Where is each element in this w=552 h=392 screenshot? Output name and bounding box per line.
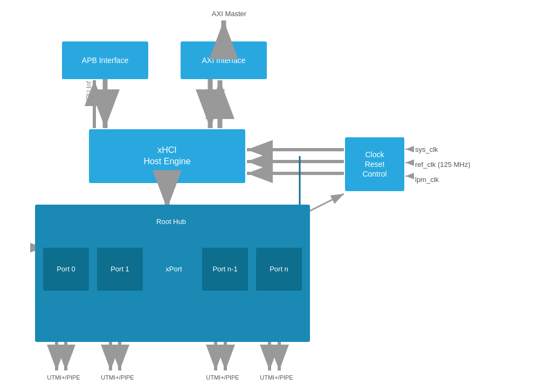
utmi2-label: UTMI+/PIPE: [91, 374, 144, 381]
xport-label: xPort: [165, 265, 182, 274]
port1-block: Port 1: [97, 248, 143, 291]
axi-interface-block: AXI Interface: [181, 41, 267, 79]
xport-block: xPort: [151, 248, 197, 291]
clock-reset-label: ClockResetControl: [362, 150, 387, 179]
ref-clk-label: ref_clk (125 MHz): [415, 160, 471, 169]
port-n-block: Port n: [256, 248, 302, 291]
port-n-label: Port n: [270, 265, 288, 274]
port0-block: Port 0: [43, 248, 89, 291]
root-hub-label: Root Hub: [156, 218, 186, 227]
sys-clk-label: sys_clk: [415, 145, 438, 153]
utmi4-label: UTMI+/PIPE: [250, 374, 303, 381]
master-inf-label: Master Inf: [206, 76, 214, 109]
apb-interface-label: APB Interface: [82, 55, 128, 65]
port1-label: Port 1: [111, 265, 129, 274]
cpu-inf-label: CPU Inf: [85, 76, 93, 109]
port-n1-block: Port n-1: [202, 248, 248, 291]
port0-label: Port 0: [57, 265, 75, 274]
xhci-host-engine-label: xHCIHost Engine: [143, 145, 190, 167]
diagram-container: AXI Master APB Interface AXI Interface C…: [0, 0, 552, 392]
port-n1-label: Port n-1: [212, 265, 237, 274]
axi-master-label: AXI Master: [202, 10, 256, 18]
utmi3-label: UTMI+/PIPE: [196, 374, 250, 381]
lpm-clk-label: lpm_clk: [415, 176, 439, 184]
axi-interface-label: AXI Interface: [202, 55, 246, 65]
clock-reset-block: ClockResetControl: [345, 137, 404, 191]
utmi1-label: UTMI+/PIPE: [37, 374, 91, 381]
root-hub-block: Root Hub: [51, 210, 291, 234]
apb-interface-block: APB Interface: [62, 41, 148, 79]
xhci-host-engine-block: xHCIHost Engine: [89, 129, 245, 183]
